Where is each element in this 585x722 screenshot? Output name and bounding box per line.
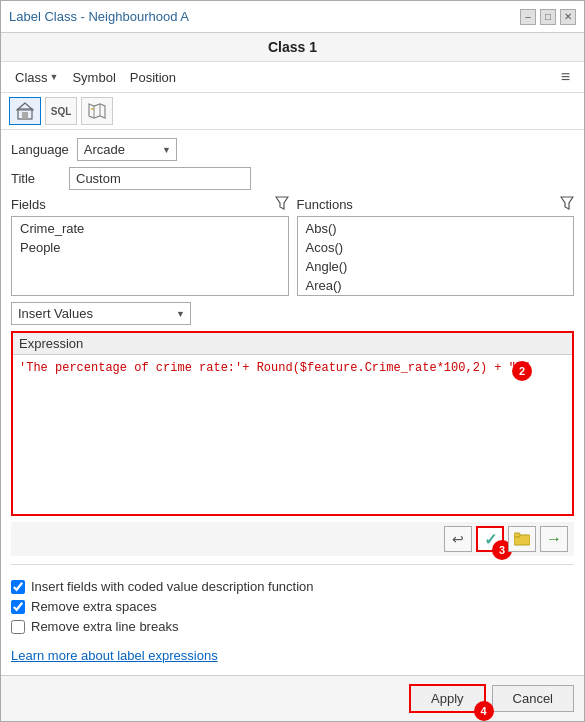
checkbox-row-1: Insert fields with coded value descripti… [11, 579, 574, 594]
badge-2: 2 [512, 361, 532, 381]
insert-values-wrapper: Insert Values [11, 302, 191, 325]
class-name-header: Class 1 [1, 33, 584, 62]
menu-bar: Class ▼ Symbol Position ≡ [1, 62, 584, 93]
content-area: Language Arcade Title Fields [1, 130, 584, 675]
cancel-button[interactable]: Cancel [492, 685, 574, 712]
class-menu-label: Class [15, 70, 48, 85]
toolbar-btn-home[interactable] [9, 97, 41, 125]
menu-item-symbol[interactable]: Symbol [66, 67, 121, 88]
list-item[interactable]: Acos() [302, 238, 570, 257]
list-item[interactable]: People [16, 238, 284, 257]
class-menu-arrow: ▼ [50, 72, 59, 82]
fields-filter-icon[interactable] [275, 196, 289, 213]
menu-item-class[interactable]: Class ▼ [9, 67, 64, 88]
folder-icon [514, 532, 530, 546]
list-item[interactable]: Angle() [302, 257, 570, 276]
sql-icon: SQL [51, 106, 72, 117]
position-menu-label: Position [130, 70, 176, 85]
checkbox-row-3: Remove extra line breaks [11, 619, 574, 634]
home-icon [16, 102, 34, 120]
expression-toolbar: ↩ ✓ 3 → [11, 522, 574, 556]
svg-marker-8 [561, 197, 573, 209]
fields-label: Fields [11, 197, 46, 212]
toolbar: SQL [1, 93, 584, 130]
insert-values-row: Insert Values [11, 302, 574, 325]
svg-marker-3 [89, 104, 105, 118]
language-row: Language Arcade [11, 138, 574, 161]
language-select[interactable]: Arcade [77, 138, 177, 161]
link-row: Learn more about label expressions [11, 646, 574, 667]
symbol-menu-label: Symbol [72, 70, 115, 85]
title-bar: Label Class - Neighbourhood A – □ ✕ [1, 1, 584, 33]
fields-functions-row: Fields Crime_rate People Functions [11, 196, 574, 296]
restore-button[interactable]: □ [540, 9, 556, 25]
checkbox-remove-linebreaks-label: Remove extra line breaks [31, 619, 178, 634]
minimize-button[interactable]: – [520, 9, 536, 25]
apply-wrapper: Apply 4 [409, 684, 486, 713]
functions-label: Functions [297, 197, 353, 212]
list-item[interactable]: Area() [302, 276, 570, 295]
language-label: Language [11, 142, 69, 157]
language-select-wrapper: Arcade [77, 138, 177, 161]
fields-header: Fields [11, 196, 289, 213]
checkbox-coded-value-label: Insert fields with coded value descripti… [31, 579, 314, 594]
fields-list[interactable]: Crime_rate People [11, 216, 289, 296]
toolbar-btn-map[interactable] [81, 97, 113, 125]
list-item[interactable]: Crime_rate [16, 219, 284, 238]
functions-list[interactable]: Abs() Acos() Angle() Area() [297, 216, 575, 296]
hamburger-button[interactable]: ≡ [555, 66, 576, 88]
class-name-text: Class 1 [268, 39, 317, 55]
list-item[interactable]: Abs() [302, 219, 570, 238]
svg-rect-2 [22, 112, 28, 119]
check-btn-wrapper: ✓ 3 [476, 526, 504, 552]
expression-textarea[interactable]: 'The percentage of crime rate:'+ Round($… [13, 355, 572, 514]
divider [11, 564, 574, 565]
title-row: Title [11, 167, 574, 190]
expression-label: Expression [19, 336, 83, 351]
title-label: Title [11, 171, 61, 186]
checkbox-remove-spaces[interactable] [11, 600, 25, 614]
checkbox-remove-spaces-label: Remove extra spaces [31, 599, 157, 614]
close-button[interactable]: ✕ [560, 9, 576, 25]
window-title: Label Class - Neighbourhood A [9, 9, 189, 24]
svg-marker-7 [276, 197, 288, 209]
checkbox-remove-linebreaks[interactable] [11, 620, 25, 634]
open-folder-button[interactable] [508, 526, 536, 552]
title-bar-left: Label Class - Neighbourhood A [9, 9, 189, 24]
badge-4: 4 [474, 701, 494, 721]
checkbox-row-2: Remove extra spaces [11, 599, 574, 614]
functions-header: Functions [297, 196, 575, 213]
map-icon [88, 102, 106, 120]
checkbox-coded-value[interactable] [11, 580, 25, 594]
undo-icon: ↩ [452, 531, 464, 547]
fields-panel: Fields Crime_rate People [11, 196, 289, 296]
svg-rect-10 [514, 533, 520, 537]
title-bar-controls: – □ ✕ [520, 9, 576, 25]
title-input[interactable] [69, 167, 251, 190]
undo-button[interactable]: ↩ [444, 526, 472, 552]
main-window: Label Class - Neighbourhood A – □ ✕ Clas… [0, 0, 585, 722]
insert-values-select[interactable]: Insert Values [11, 302, 191, 325]
expression-section: Expression 'The percentage of crime rate… [11, 331, 574, 516]
checkboxes-section: Insert fields with coded value descripti… [11, 573, 574, 640]
bottom-bar: Apply 4 Cancel [1, 675, 584, 721]
learn-more-link[interactable]: Learn more about label expressions [11, 648, 218, 663]
toolbar-btn-sql[interactable]: SQL [45, 97, 77, 125]
functions-filter-icon[interactable] [560, 196, 574, 213]
functions-panel: Functions Abs() Acos() Angle() Area() [297, 196, 575, 296]
expression-header: Expression [13, 333, 572, 355]
arrow-icon: → [546, 530, 562, 548]
menu-item-position[interactable]: Position [124, 67, 182, 88]
svg-rect-6 [91, 108, 94, 110]
arrow-button[interactable]: → [540, 526, 568, 552]
